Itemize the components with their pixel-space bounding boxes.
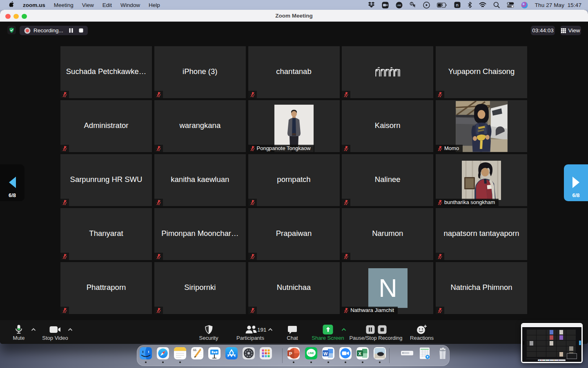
svg-text:LINE: LINE [397,4,401,7]
svg-text:X: X [359,351,362,356]
svg-text:n: n [456,2,459,7]
svg-text:66: 66 [193,348,196,352]
svg-text:LINE: LINE [308,352,314,355]
svg-text:P: P [289,351,292,356]
svg-text:W: W [323,351,328,356]
